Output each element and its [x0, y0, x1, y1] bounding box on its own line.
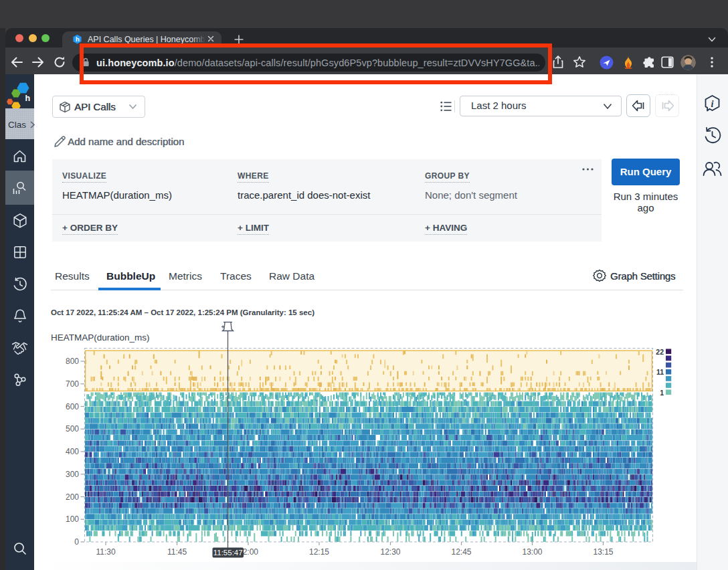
svg-text:12:15: 12:15	[309, 547, 329, 557]
svg-text:1: 1	[660, 389, 664, 397]
svg-text:0: 0	[74, 537, 79, 547]
svg-text:22: 22	[656, 348, 664, 356]
svg-text:12:45: 12:45	[451, 547, 471, 557]
svg-text:11: 11	[656, 368, 664, 376]
svg-text:13:15: 13:15	[593, 547, 613, 557]
svg-text:600: 600	[66, 402, 79, 411]
svg-text:12:30: 12:30	[380, 547, 400, 557]
svg-text:11:45: 11:45	[167, 547, 187, 557]
svg-text:100: 100	[66, 514, 79, 524]
svg-text:700: 700	[66, 379, 79, 389]
svg-text:400: 400	[66, 447, 79, 456]
svg-text:13:00: 13:00	[522, 547, 542, 557]
svg-text:800: 800	[66, 357, 79, 366]
svg-text:11:55:47: 11:55:47	[213, 549, 243, 557]
svg-text:500: 500	[66, 424, 79, 434]
svg-text:300: 300	[66, 470, 79, 479]
svg-text:11:30: 11:30	[96, 547, 115, 557]
svg-text:200: 200	[66, 492, 79, 502]
